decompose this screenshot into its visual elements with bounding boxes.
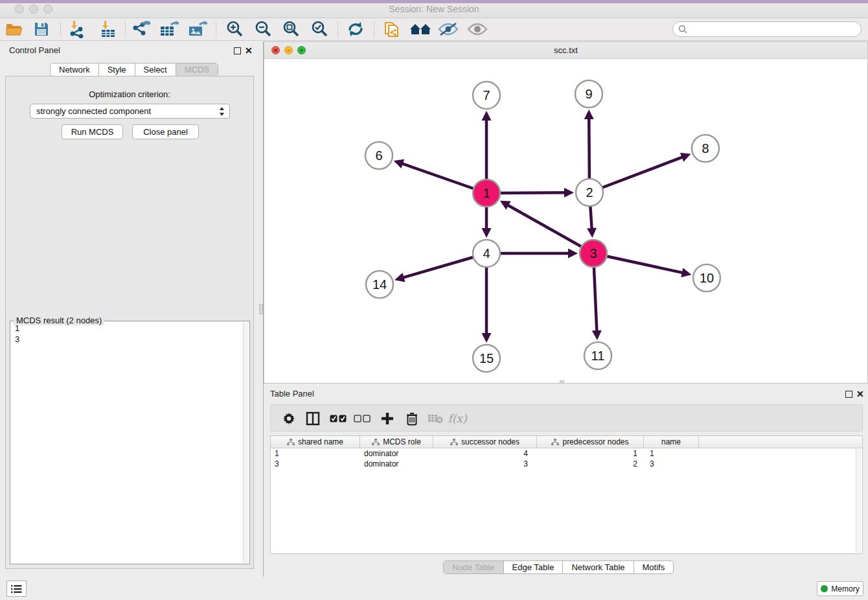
splitter-grip[interactable] <box>259 304 263 314</box>
graph-node-label: 4 <box>483 246 490 260</box>
zoom-fit-icon[interactable] <box>280 19 302 39</box>
graph-node-label: 10 <box>700 271 714 285</box>
delete-table-icon[interactable] <box>425 408 446 429</box>
column-header[interactable]: name <box>644 436 699 448</box>
edge-arrowhead-icon <box>587 228 597 238</box>
edge-arrowhead-icon <box>482 228 492 238</box>
first-neighbors-icon[interactable] <box>409 19 431 39</box>
toolbar-separator <box>125 22 126 38</box>
export-table-icon[interactable] <box>158 19 180 39</box>
network-window-titlebar[interactable]: ✕ − + scc.txt <box>264 42 867 59</box>
show-columns-icon[interactable] <box>303 408 323 429</box>
zoom-in-icon[interactable] <box>223 19 246 39</box>
delete-row-icon[interactable] <box>402 408 422 429</box>
mcds-result-box: MCDS result (2 nodes) 1 3 <box>10 321 250 564</box>
close-panel-button[interactable]: Close panel <box>132 124 199 139</box>
graph-node-label: 15 <box>479 351 494 365</box>
list-mapping-icon <box>551 439 559 446</box>
tab-style[interactable]: Style <box>99 63 135 76</box>
toolbar-separator <box>216 22 216 38</box>
graph-node-label: 1 <box>483 186 490 200</box>
mcds-panel: Optimization criterion: strongly connect… <box>5 76 254 569</box>
table-panel-title: Table Panel <box>270 389 314 398</box>
list-mapping-icon <box>287 439 295 446</box>
criterion-dropdown[interactable]: strongly connected component <box>30 104 230 119</box>
save-session-icon[interactable] <box>30 19 52 39</box>
search-field[interactable] <box>672 21 862 37</box>
graph-node-label: 3 <box>589 246 597 260</box>
memory-button[interactable]: Memory <box>817 581 863 596</box>
memory-label: Memory <box>831 584 859 594</box>
column-header[interactable]: predecessor nodes <box>537 436 644 448</box>
table-panel-header: Table Panel ✕ <box>264 385 868 403</box>
graph-node-label: 14 <box>372 277 387 292</box>
status-bar: Memory <box>0 577 868 600</box>
network-graph[interactable]: 7968124314101511 <box>264 59 867 383</box>
main-toolbar <box>0 18 868 41</box>
new-network-from-selection-icon[interactable] <box>381 19 403 39</box>
close-panel-icon[interactable]: ✕ <box>245 45 253 56</box>
graph-node-label: 9 <box>585 87 592 101</box>
table-options-icon[interactable] <box>279 408 299 429</box>
panel-splitter[interactable] <box>259 41 264 577</box>
function-builder-icon[interactable]: f(x) <box>447 408 468 429</box>
network-view-window: ✕ − + scc.txt 7968124314101511 <box>264 41 868 384</box>
tab-edge-table[interactable]: Edge Table <box>504 561 564 573</box>
tab-network[interactable]: Network <box>51 63 99 76</box>
run-mcds-button[interactable]: Run MCDS <box>62 124 123 139</box>
hide-selected-icon[interactable] <box>437 19 459 39</box>
edge-arrowhead-icon <box>584 110 594 119</box>
column-header[interactable]: MCDS role <box>360 436 433 448</box>
edge-arrowhead-icon <box>568 249 578 259</box>
open-session-icon[interactable] <box>3 19 25 39</box>
select-all-columns-icon[interactable] <box>328 408 348 429</box>
control-panel-tabs: Network Style Select MCDS <box>50 63 218 76</box>
table-scrollbar[interactable] <box>856 449 862 553</box>
table-type-tabs: Node Table Edge Table Network Table Moti… <box>443 560 674 574</box>
canvas-resize-grip[interactable] <box>560 380 564 384</box>
mcds-result-list: 1 3 <box>10 323 249 345</box>
search-input[interactable] <box>690 25 861 34</box>
titlebar-accent <box>0 0 868 3</box>
tab-network-table[interactable]: Network Table <box>563 561 634 573</box>
import-network-icon[interactable] <box>65 19 87 39</box>
show-panels-button[interactable] <box>6 581 27 597</box>
graph-edge[interactable] <box>507 205 593 253</box>
graph-edge[interactable] <box>589 157 683 192</box>
graph-node-label: 6 <box>375 148 382 163</box>
show-all-icon[interactable] <box>466 19 488 39</box>
add-row-icon[interactable] <box>377 408 398 429</box>
float-panel-icon[interactable] <box>234 47 241 54</box>
table-row[interactable]: 1 dominator 4 1 1 <box>271 448 862 459</box>
tab-select[interactable]: Select <box>135 63 176 76</box>
graph-node-label: 7 <box>483 88 490 102</box>
import-table-icon[interactable] <box>97 19 119 39</box>
export-image-icon[interactable] <box>187 19 209 39</box>
table-row[interactable]: 3 dominator 3 2 3 <box>271 459 862 469</box>
tab-node-table[interactable]: Node Table <box>444 561 504 573</box>
edge-arrowhead-icon <box>394 273 405 282</box>
control-panel-header: Control Panel ✕ <box>0 41 259 60</box>
tab-motifs[interactable]: Motifs <box>634 561 674 573</box>
network-canvas[interactable]: 7968124314101511 <box>264 59 867 383</box>
export-network-icon[interactable] <box>130 19 152 39</box>
zoom-out-icon[interactable] <box>252 19 274 39</box>
window-title: Session: New Session <box>0 4 868 14</box>
node-table[interactable]: shared name MCDS role successor nodes pr… <box>270 435 863 554</box>
column-header[interactable]: shared name <box>271 436 360 448</box>
zoom-selected-icon[interactable] <box>308 19 330 39</box>
close-table-panel-icon[interactable]: ✕ <box>856 389 864 399</box>
toolbar-separator <box>60 22 61 38</box>
unselect-all-columns-icon[interactable] <box>352 408 372 429</box>
list-mapping-icon <box>450 439 458 446</box>
tab-mcds[interactable]: MCDS <box>176 63 218 76</box>
column-header[interactable]: successor nodes <box>433 436 537 448</box>
graph-node-label: 8 <box>702 141 709 156</box>
refresh-layout-icon[interactable] <box>345 19 367 39</box>
toolbar-separator <box>337 22 338 38</box>
float-table-panel-icon[interactable] <box>845 391 852 398</box>
toolbar-separator <box>374 22 374 38</box>
mcds-result-scrollbar[interactable] <box>243 322 249 563</box>
graph-node-label: 2 <box>586 185 593 200</box>
edge-arrowhead-icon <box>592 330 602 340</box>
